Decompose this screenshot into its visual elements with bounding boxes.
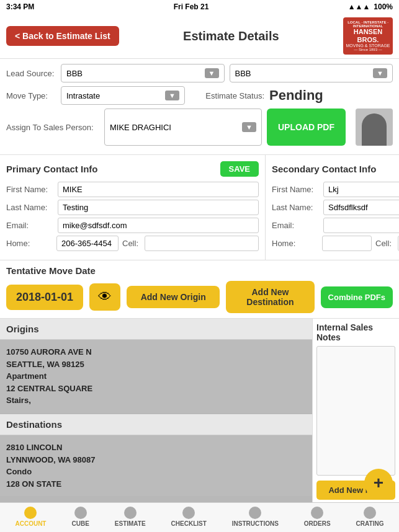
secondary-email-input[interactable] (323, 218, 399, 233)
contact-panels: Primary Contact Info SAVE First Name: La… (0, 155, 399, 260)
tab-account[interactable]: ACCOUNT (15, 507, 46, 527)
tab-label: CUBE (71, 520, 89, 527)
status-date: Fri Feb 21 (174, 2, 209, 11)
secondary-home-input[interactable] (322, 236, 372, 251)
tab-dot (182, 507, 195, 519)
tab-checklist[interactable]: CHECKLIST (171, 507, 207, 527)
origins-header: Origins (0, 319, 312, 340)
header: < Back to Estimate List Estimate Details… (0, 14, 399, 59)
estimate-status-label: Estimate Status: (190, 91, 264, 100)
battery-icon: 100% (374, 2, 393, 11)
tab-crating[interactable]: CRATING (356, 507, 384, 527)
tab-dot (311, 507, 323, 519)
logo-tagline: LOCAL · INTERSTATE · INTERNATIONAL (346, 20, 390, 28)
primary-home-label: Home: (6, 239, 53, 248)
tab-label: CRATING (356, 520, 384, 527)
status-bar: 3:34 PM Fri Feb 21 ▲▲▲ 100% (0, 0, 399, 14)
eye-icon: 👁 (98, 289, 112, 305)
add-destination-button[interactable]: Add New Destination (226, 281, 314, 313)
move-date-title: Tentative Move Date (6, 265, 393, 276)
origin-address-block[interactable]: 10750 AURORA AVE N SEATTLE, WA 98125 Apa… (0, 340, 312, 413)
chevron-down-icon: ▼ (242, 122, 256, 132)
avatar (356, 109, 393, 146)
add-circle-button[interactable]: + (364, 469, 393, 497)
upload-pdf-button[interactable]: UPLOAD PDF (267, 109, 346, 146)
tab-label: CHECKLIST (171, 520, 207, 527)
left-panel: Origins 10750 AURORA AVE N SEATTLE, WA 9… (0, 319, 312, 503)
internal-sales-notes-title: Internal Sales Notes (316, 322, 395, 342)
tab-label: ORDERS (304, 520, 331, 527)
eye-button[interactable]: 👁 (89, 283, 120, 311)
chevron-down-icon: ▼ (373, 68, 387, 78)
secondary-firstname-row: First Name: (272, 182, 399, 197)
chevron-down-icon: ▼ (205, 68, 219, 78)
tab-label: ESTIMATE (115, 520, 146, 527)
origins-content: 10750 AURORA AVE N SEATTLE, WA 98125 Apa… (0, 340, 312, 414)
logo-sub: MOVING & STORAGE (346, 43, 390, 48)
tab-bar: ACCOUNT CUBE ESTIMATE CHECKLIST INSTRUCT… (0, 502, 399, 532)
move-type-select[interactable]: Intrastate ▼ (61, 86, 185, 105)
move-date-section: Tentative Move Date 2018-01-01 👁 Add New… (0, 260, 399, 319)
primary-cell-label: Cell: (122, 239, 141, 248)
tab-dot (24, 507, 37, 519)
internal-sales-notes-area[interactable] (316, 346, 395, 476)
primary-lastname-row: Last Name: (6, 200, 259, 215)
lead-source-select-2[interactable]: BBB ▼ (230, 64, 393, 82)
tab-cube[interactable]: CUBE (71, 507, 89, 527)
add-origin-button[interactable]: Add New Origin (127, 286, 220, 308)
secondary-home-label: Home: (272, 239, 318, 248)
primary-phone-row: Home: Cell: (6, 236, 259, 251)
tab-dot (364, 507, 376, 519)
tab-label: INSTRUCTIONS (232, 520, 279, 527)
logo-since: — Since 1893 — (354, 48, 382, 51)
secondary-firstname-label: First Name: (272, 185, 318, 194)
wifi-icon: ▲▲▲ (348, 2, 370, 11)
tab-orders[interactable]: ORDERS (304, 507, 331, 527)
destinations-content: 2810 LINCOLN LYNNWOOD, WA 98087 Condo 12… (0, 435, 312, 503)
primary-contact-panel: Primary Contact Info SAVE First Name: La… (0, 155, 266, 260)
destination-address-text: 2810 LINCOLN LYNNWOOD, WA 98087 Condo 12… (6, 441, 306, 490)
origin-address-text: 10750 AURORA AVE N SEATTLE, WA 98125 Apa… (6, 346, 306, 407)
secondary-lastname-label: Last Name: (272, 203, 318, 212)
primary-home-input[interactable] (56, 236, 119, 251)
assign-sales-select[interactable]: MIKE DRAGHICI ▼ (104, 109, 262, 146)
destinations-section: Destinations 2810 LINCOLN LYNNWOOD, WA 9… (0, 414, 312, 503)
tab-label: ACCOUNT (15, 520, 46, 527)
combine-pdfs-button[interactable]: Combine PDFs (321, 286, 393, 308)
primary-lastname-label: Last Name: (6, 203, 53, 212)
move-date-badge[interactable]: 2018-01-01 (6, 285, 83, 310)
estimate-status-value: Pending (269, 87, 323, 104)
secondary-firstname-input[interactable] (323, 182, 399, 197)
tab-estimate[interactable]: ESTIMATE (115, 507, 146, 527)
secondary-lastname-input[interactable] (323, 200, 399, 215)
primary-lastname-input[interactable] (58, 200, 259, 215)
origins-section: Origins 10750 AURORA AVE N SEATTLE, WA 9… (0, 319, 312, 414)
primary-firstname-input[interactable] (58, 182, 259, 197)
destinations-header: Destinations (0, 414, 312, 435)
chevron-down-icon: ▼ (165, 91, 179, 100)
secondary-contact-title: Secondary Contact Info (272, 164, 376, 174)
secondary-lastname-row: Last Name: (272, 200, 399, 215)
page-title: Estimate Details (183, 29, 279, 43)
primary-cell-input[interactable] (145, 236, 259, 251)
back-button[interactable]: < Back to Estimate List (6, 26, 119, 46)
destination-address-block[interactable]: 2810 LINCOLN LYNNWOOD, WA 98087 Condo 12… (0, 435, 312, 496)
tab-dot (124, 507, 137, 519)
status-time: 3:34 PM (6, 2, 34, 11)
secondary-contact-header: Secondary Contact Info SAVE (272, 161, 399, 177)
primary-email-input[interactable] (58, 218, 259, 233)
logo-name: HANSEN BROS. (346, 28, 390, 43)
avatar-silhouette (362, 113, 387, 146)
primary-contact-title: Primary Contact Info (6, 164, 98, 174)
lead-source-label: Lead Source: (6, 69, 56, 78)
tab-dot (249, 507, 261, 519)
secondary-contact-panel: Secondary Contact Info SAVE First Name: … (266, 155, 399, 260)
move-type-label: Move Type: (6, 91, 56, 100)
primary-firstname-label: First Name: (6, 185, 53, 194)
lead-source-select-1[interactable]: BBB ▼ (61, 64, 225, 82)
primary-save-button[interactable]: SAVE (220, 161, 259, 177)
assign-sales-label: Assign To Sales Person: (6, 109, 99, 146)
tab-instructions[interactable]: INSTRUCTIONS (232, 507, 279, 527)
primary-email-row: Email: (6, 218, 259, 233)
tab-dot (74, 507, 87, 519)
